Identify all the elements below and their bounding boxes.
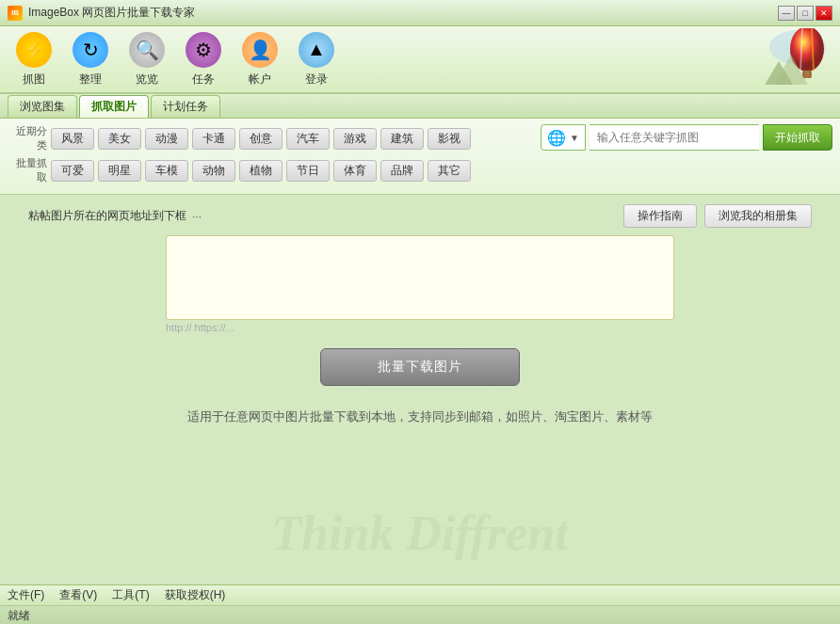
tag-chemo[interactable]: 车模 [145, 160, 188, 182]
tag-dongwu[interactable]: 动物 [192, 160, 235, 182]
toolbar-denglu[interactable]: ▲ 登录 [298, 32, 335, 88]
watermark-text: Think Diffrent [271, 505, 568, 561]
menu-auth[interactable]: 获取授权(H) [165, 587, 226, 603]
browse-album-button[interactable]: 浏览我的相册集 [704, 204, 812, 228]
operation-guide-button[interactable]: 操作指南 [623, 204, 697, 228]
menu-file[interactable]: 文件(F) [8, 587, 44, 603]
app-title: ImageBox 网页图片批量下载专家 [28, 5, 195, 21]
start-capture-button[interactable]: 开始抓取 [763, 124, 832, 151]
batch-download-button[interactable]: 批量下载图片 [320, 348, 520, 386]
yuelan-label: 览览 [136, 72, 158, 88]
tag-qita[interactable]: 其它 [428, 160, 471, 182]
tag-katong[interactable]: 卡通 [192, 128, 235, 150]
tab-zhuaqu[interactable]: 抓取图片 [79, 95, 149, 118]
zhanghu-icon: 👤 [242, 32, 278, 68]
status-bar: 文件(F) 查看(V) 工具(T) 获取授权(H) 就绪 [0, 584, 840, 624]
main-content: 粘帖图片所在的网页地址到下框 ··· 操作指南 浏览我的相册集 http:// … [0, 195, 840, 608]
url-label: 粘帖图片所在的网页地址到下框 [28, 208, 186, 224]
toolbar-yuelan[interactable]: 🔍 览览 [128, 32, 166, 88]
tag-tiyu[interactable]: 体育 [333, 160, 377, 182]
menu-tools[interactable]: 工具(T) [112, 587, 149, 603]
url-row: 粘帖图片所在的网页地址到下框 ··· 操作指南 浏览我的相册集 [28, 204, 812, 228]
zhengli-icon: ↻ [73, 32, 108, 68]
dropdown-arrow-icon: ▼ [570, 133, 579, 143]
close-button[interactable]: ✕ [816, 6, 832, 21]
zhengli-label: 整理 [79, 72, 102, 88]
search-area: 🌐 ▼ 开始抓取 [541, 124, 832, 151]
toolbar-zhanghu[interactable]: 👤 帐户 [241, 32, 279, 88]
minimize-button[interactable]: — [778, 6, 795, 21]
tag-jieri[interactable]: 节日 [286, 160, 330, 182]
tag-dongman[interactable]: 动漫 [145, 128, 188, 150]
tag-fenjing[interactable]: 风景 [51, 128, 94, 150]
tag-pinpai[interactable]: 品牌 [380, 160, 424, 182]
maximize-button[interactable]: □ [797, 6, 814, 21]
tag-jianzhu[interactable]: 建筑 [380, 128, 424, 150]
zhuatou-label: 抓图 [23, 72, 45, 88]
tag-youxi[interactable]: 游戏 [333, 128, 377, 150]
tag-zhiwu[interactable]: 植物 [239, 160, 283, 182]
category-label-1: 近期分类 [8, 124, 47, 152]
tag-keai[interactable]: 可爱 [51, 160, 94, 182]
search-globe-prefix[interactable]: 🌐 ▼ [541, 124, 586, 151]
tag-mingxing[interactable]: 明星 [98, 160, 141, 182]
tag-chuangyi[interactable]: 创意 [239, 128, 283, 150]
menu-view[interactable]: 查看(V) [59, 587, 97, 603]
download-section: 批量下载图片 [28, 348, 812, 386]
title-bar: IB ImageBox 网页图片批量下载专家 — □ ✕ [0, 0, 840, 26]
url-paste-area[interactable] [166, 235, 674, 320]
description-text: 适用于任意网页中图片批量下载到本地，支持同步到邮箱，如照片、淘宝图片、素材等 [28, 408, 812, 425]
tag-meinv[interactable]: 美女 [98, 128, 141, 150]
renwu-icon: ⚙ [186, 32, 221, 68]
category-label-2: 批量抓取 [8, 156, 47, 184]
zhanghu-label: 帐户 [249, 72, 271, 88]
url-hint: http:// https://... [166, 322, 674, 333]
window-controls: — □ ✕ [778, 6, 832, 21]
category-row-2: 批量抓取 可爱 明星 车模 动物 植物 节日 体育 品牌 其它 [8, 156, 832, 184]
keyword-search-input[interactable] [590, 124, 759, 151]
tag-qiche[interactable]: 汽车 [286, 128, 330, 150]
toolbar-zhengli[interactable]: ↻ 整理 [72, 32, 109, 88]
zhuatou-icon: ⚡ [16, 32, 52, 68]
nav-tabs: 浏览图集 抓取图片 计划任务 [0, 94, 840, 119]
toolbar: ⚡ 抓图 ↻ 整理 🔍 览览 ⚙ 任务 👤 帐户 ▲ 登录 [0, 26, 840, 94]
yuelan-icon: 🔍 [129, 32, 165, 68]
toolbar-renwu[interactable]: ⚙ 任务 [185, 32, 222, 88]
status-text: 就绪 [0, 606, 840, 624]
tag-yingshi[interactable]: 影视 [428, 128, 471, 150]
globe-icon: 🌐 [547, 129, 566, 147]
tab-jihua[interactable]: 计划任务 [151, 95, 220, 118]
renwu-label: 任务 [192, 72, 215, 88]
balloon-decoration [765, 28, 831, 92]
app-icon: IB [8, 6, 23, 21]
category-area: 近期分类 风景 美女 动漫 卡通 创意 汽车 游戏 建筑 影视 批量抓取 可爱 … [0, 119, 840, 195]
url-dots: ··· [192, 210, 202, 223]
tab-liulan[interactable]: 浏览图集 [8, 95, 77, 118]
denglu-icon: ▲ [299, 32, 334, 68]
denglu-label: 登录 [305, 72, 328, 88]
toolbar-zhuatou[interactable]: ⚡ 抓图 [15, 32, 53, 88]
menu-bar: 文件(F) 查看(V) 工具(T) 获取授权(H) [0, 585, 840, 606]
